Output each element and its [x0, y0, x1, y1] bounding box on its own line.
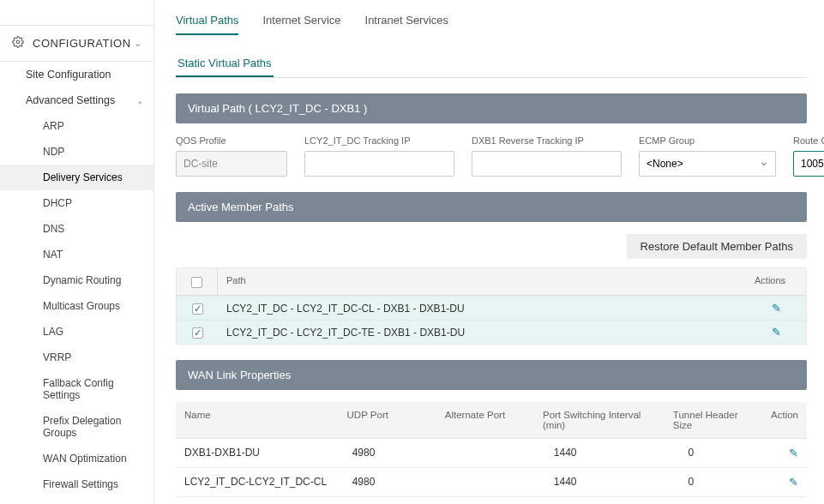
col-interval: Port Switching Interval (min)	[534, 402, 665, 438]
select-all-checkbox[interactable]	[191, 277, 202, 288]
nav-item-delivery-services[interactable]: Delivery Services	[0, 165, 153, 190]
virtual-path-header: Virtual Path ( LCY2_IT_DC - DXB1 )	[176, 93, 807, 123]
edit-icon[interactable]: ✎	[789, 447, 798, 459]
nav-item-site-configuration[interactable]: Site Configuration	[0, 62, 153, 87]
sidebar-spacer	[0, 0, 153, 26]
nav-item-multicast-groups[interactable]: Multicast Groups	[0, 293, 153, 319]
cell-udp: 4980	[344, 439, 445, 467]
cell-tunnel: 0	[679, 468, 780, 496]
chevron-down-icon: ⌄	[134, 38, 141, 49]
nav-item-ndp[interactable]: NDP	[0, 139, 153, 165]
nav-item-firewall-settings[interactable]: Firewall Settings	[0, 471, 153, 497]
cell-udp: 4980	[344, 497, 445, 504]
member-paths-table: Path Actions LCY2_IT_DC - LCY2_IT_DC-CL …	[176, 267, 807, 345]
cell-tunnel: 0	[679, 439, 780, 467]
cell-interval: 1440	[545, 468, 680, 496]
cell-name: DXB1-DXB1-DU	[176, 439, 344, 467]
cell-alt	[444, 497, 545, 504]
qos-profile-input[interactable]	[176, 151, 287, 177]
col-alt: Alternate Port	[436, 402, 534, 438]
row-checkbox[interactable]	[192, 327, 203, 339]
virtual-path-form: QOS Profile LCY2_IT_DC Tracking IP DXB1 …	[176, 135, 807, 177]
tab-internet-service[interactable]: Internet Service	[262, 14, 340, 35]
nav-item-nat[interactable]: NAT	[0, 242, 153, 267]
subtab-static-virtual-paths[interactable]: Static Virtual Paths	[176, 51, 274, 77]
nav-item-arp[interactable]: ARP	[0, 113, 153, 139]
cell-alt	[444, 468, 545, 496]
member-paths-table-head: Path Actions	[177, 268, 806, 296]
nav-item-wan-optimization[interactable]: WAN Optimization	[0, 446, 153, 471]
wan-link-properties-header: WAN Link Properties	[176, 360, 807, 390]
cell-name: LCY2_IT_DC-LCY2_IT_DC-TE	[176, 497, 344, 504]
edit-icon[interactable]: ✎	[772, 302, 781, 315]
nav-list: Site ConfigurationAdvanced Settings⌄ARPN…	[0, 62, 153, 504]
edit-icon[interactable]: ✎	[789, 476, 798, 489]
table-row: LCY2_IT_DC - LCY2_IT_DC-CL - DXB1 - DXB1…	[177, 296, 806, 320]
dxb-tracking-input[interactable]	[472, 151, 622, 177]
table-row: DXB1-DXB1-DU498014400✎	[176, 439, 807, 468]
wan-table-head: Name UDP Port Alternate Port Port Switch…	[176, 402, 807, 439]
chevron-down-icon: ⌄	[136, 96, 143, 105]
configuration-label: CONFIGURATION	[33, 37, 134, 50]
table-row: LCY2_IT_DC - LCY2_IT_DC-TE - DXB1 - DXB1…	[177, 320, 806, 344]
col-action: Action	[762, 402, 807, 438]
lcy-tracking-label: LCY2_IT_DC Tracking IP	[304, 135, 454, 146]
lcy-tracking-input[interactable]	[304, 151, 454, 177]
gear-icon	[12, 36, 24, 51]
nav-item-advanced-settings[interactable]: Advanced Settings⌄	[0, 87, 153, 113]
cell-alt	[444, 439, 545, 467]
nav-item-dhcp[interactable]: DHCP	[0, 190, 153, 216]
sidebar: CONFIGURATION ⌄ Site ConfigurationAdvanc…	[0, 0, 154, 504]
path-cell: LCY2_IT_DC - LCY2_IT_DC-TE - DXB1 - DXB1…	[218, 321, 746, 344]
nav-item-dns[interactable]: DNS	[0, 216, 153, 242]
nav-item-appliance-settings[interactable]: Appliance Settings	[0, 497, 153, 504]
col-tunnel: Tunnel Header Size	[665, 402, 762, 438]
cell-tunnel: 0	[679, 497, 780, 504]
cell-interval: 1440	[545, 439, 680, 467]
table-row: LCY2_IT_DC-LCY2_IT_DC-CL498014400✎	[176, 468, 807, 497]
tab-virtual-paths[interactable]: Virtual Paths	[176, 14, 238, 35]
nav-item-vrrp[interactable]: VRRP	[0, 345, 153, 370]
ecmp-group-label: ECMP Group	[639, 135, 776, 146]
col-udp: UDP Port	[339, 402, 436, 438]
top-tabs: Virtual Paths Internet Service Intranet …	[176, 0, 807, 36]
row-checkbox[interactable]	[192, 303, 203, 315]
svg-point-0	[16, 40, 20, 44]
col-name: Name	[176, 402, 339, 438]
path-cell: LCY2_IT_DC - LCY2_IT_DC-CL - DXB1 - DXB1…	[218, 297, 746, 320]
edit-icon[interactable]: ✎	[772, 326, 781, 339]
cell-interval: 1440	[545, 497, 680, 504]
table-row: LCY2_IT_DC-LCY2_IT_DC-TE498014400✎	[176, 497, 807, 504]
nav-item-prefix-delegation-groups[interactable]: Prefix Delegation Groups	[0, 408, 153, 446]
nav-item-lag[interactable]: LAG	[0, 319, 153, 345]
route-cost-label: Route Cost	[793, 135, 824, 146]
tab-intranet-services[interactable]: Intranet Services	[365, 14, 449, 35]
cell-name: LCY2_IT_DC-LCY2_IT_DC-CL	[176, 468, 344, 496]
main-content: Virtual Paths Internet Service Intranet …	[154, 0, 824, 504]
active-member-paths-header: Active Member Paths	[176, 192, 807, 222]
wan-table: Name UDP Port Alternate Port Port Switch…	[176, 402, 807, 504]
nav-item-label: Advanced Settings	[26, 94, 115, 106]
sub-tabs: Static Virtual Paths	[176, 51, 807, 78]
nav-item-dynamic-routing[interactable]: Dynamic Routing	[0, 267, 153, 293]
qos-profile-label: QOS Profile	[176, 135, 287, 146]
col-path: Path	[218, 268, 746, 295]
cell-udp: 4980	[344, 468, 445, 496]
nav-item-fallback-config-settings[interactable]: Fallback Config Settings	[0, 370, 153, 408]
ecmp-group-select[interactable]	[639, 151, 776, 177]
configuration-header[interactable]: CONFIGURATION ⌄	[0, 26, 153, 62]
restore-default-button[interactable]: Restore Default Member Paths	[627, 234, 807, 259]
route-cost-input[interactable]	[793, 151, 824, 177]
col-actions: Actions	[746, 268, 806, 295]
dxb-tracking-label: DXB1 Reverse Tracking IP	[472, 135, 622, 146]
